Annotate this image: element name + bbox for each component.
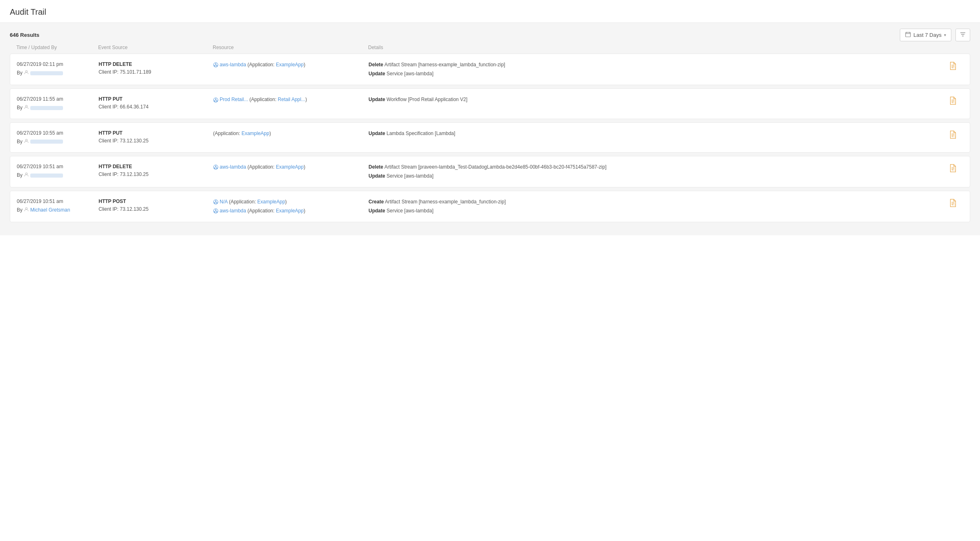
detail-action: Update	[369, 131, 385, 136]
svg-line-12	[215, 64, 216, 66]
resource-app-link[interactable]: Retail Appl...	[278, 97, 305, 102]
svg-point-48	[25, 207, 27, 209]
time-value: 06/27/2019 02:11 pm	[17, 61, 99, 68]
col-headers: Time / Updated By Event Source Resource …	[10, 41, 970, 54]
svg-line-60	[215, 210, 216, 212]
detail-line: Update Service [aws-lambda]	[369, 207, 943, 216]
by-label: By	[17, 138, 22, 146]
resource-app-link[interactable]: ExampleApp	[257, 199, 285, 205]
user-placeholder	[30, 174, 63, 178]
cell-icon: {/}	[943, 129, 963, 141]
resource-app-link[interactable]: ExampleApp	[276, 164, 303, 170]
user-icon	[24, 172, 29, 179]
svg-line-54	[216, 201, 217, 203]
col-header-event: Event Source	[98, 45, 213, 50]
user-icon	[24, 70, 29, 77]
detail-line: Update Service [aws-lambda]	[369, 172, 943, 181]
by-row: By	[17, 171, 99, 179]
resource-line-1: aws-lambda (Application: ExampleApp)	[213, 61, 369, 70]
svg-text:{/}: {/}	[952, 101, 955, 104]
filter-button[interactable]	[955, 29, 970, 41]
col-header-action	[943, 45, 964, 50]
event-method: HTTP DELETE	[99, 163, 213, 171]
cell-resource: aws-lambda (Application: ExampleApp)	[213, 163, 369, 172]
cell-details: Update Lambda Specification [Lambda]	[369, 129, 943, 138]
user-placeholder	[30, 71, 63, 75]
svg-line-24	[215, 99, 216, 101]
document-icon[interactable]: {/}	[949, 198, 957, 210]
document-icon[interactable]: {/}	[949, 164, 957, 175]
cell-time: 06/27/2019 11:55 am By	[17, 95, 99, 112]
user-link[interactable]: Michael Gretsman	[30, 206, 70, 214]
resource-line-1: Prod Retail... (Application: Retail Appl…	[213, 95, 369, 104]
time-value: 06/27/2019 10:55 am	[17, 129, 99, 137]
client-ip: Client IP: 75.101.71.189	[99, 68, 213, 76]
col-header-resource: Resource	[213, 45, 368, 50]
table-row: 06/27/2019 10:51 am By HTTP DELETE Clien…	[10, 156, 970, 187]
cell-icon: {/}	[943, 198, 963, 210]
date-filter-button[interactable]: Last 7 Days ▾	[900, 29, 951, 41]
detail-action: Update	[369, 97, 385, 102]
cell-resource: Prod Retail... (Application: Retail Appl…	[213, 95, 369, 104]
svg-point-36	[25, 173, 27, 174]
svg-point-19	[25, 105, 27, 107]
document-icon[interactable]: {/}	[949, 96, 957, 107]
client-ip: Client IP: 66.64.36.174	[99, 103, 213, 111]
resource-app-link-2[interactable]: ExampleApp	[276, 208, 303, 214]
document-icon[interactable]: {/}	[949, 61, 957, 72]
resource-name-link[interactable]: aws-lambda	[220, 164, 246, 170]
event-method: HTTP POST	[99, 198, 213, 205]
by-row: By	[17, 138, 99, 146]
cell-resource: N/A (Application: ExampleApp) aws-lambda…	[213, 198, 369, 215]
date-filter-label: Last 7 Days	[913, 32, 942, 38]
user-icon	[24, 207, 29, 214]
svg-text:{/}: {/}	[952, 67, 955, 69]
cell-details: Update Workflow [Prod Retail Application…	[369, 95, 943, 104]
svg-line-42	[216, 166, 217, 168]
resource-line-1: N/A (Application: ExampleApp)	[213, 198, 369, 207]
cell-resource: aws-lambda (Application: ExampleApp)	[213, 61, 369, 70]
page-header: Audit Trail	[0, 0, 980, 23]
chevron-down-icon: ▾	[944, 33, 946, 37]
detail-action: Delete	[369, 164, 383, 170]
user-placeholder	[30, 106, 63, 110]
event-method: HTTP PUT	[99, 129, 213, 137]
detail-line: Update Lambda Specification [Lambda]	[369, 129, 943, 138]
resource-name-link-2[interactable]: aws-lambda	[220, 208, 246, 214]
by-label: By	[17, 171, 22, 179]
user-icon	[24, 138, 29, 146]
by-row: By	[17, 104, 99, 112]
time-value: 06/27/2019 11:55 am	[17, 95, 99, 103]
table-row: 06/27/2019 11:55 am By HTTP PUT Client I…	[10, 88, 970, 119]
client-ip: Client IP: 73.12.130.25	[99, 137, 213, 145]
by-label: By	[17, 69, 22, 77]
document-icon[interactable]: {/}	[949, 130, 957, 141]
cell-time: 06/27/2019 10:51 am By	[17, 163, 99, 179]
resource-name-link[interactable]: N/A	[220, 199, 227, 205]
page-title: Audit Trail	[10, 7, 970, 17]
time-value: 06/27/2019 10:51 am	[17, 198, 99, 205]
svg-text:{/}: {/}	[952, 169, 955, 171]
resource-app-link[interactable]: ExampleApp	[241, 131, 269, 136]
resource-line-1: aws-lambda (Application: ExampleApp)	[213, 163, 369, 172]
svg-point-20	[214, 98, 218, 102]
calendar-icon	[905, 32, 911, 38]
table-row: 06/27/2019 02:11 pm By HTTP DELETE Clien…	[10, 54, 970, 85]
detail-line: Update Service [aws-lambda]	[369, 70, 943, 79]
svg-line-25	[216, 99, 217, 101]
cell-details: Create Artifact Stream [harness-example_…	[369, 198, 943, 215]
table-container: Time / Updated By Event Source Resource …	[0, 41, 980, 235]
by-row: By	[17, 69, 99, 77]
resource-name-link[interactable]: aws-lambda	[220, 62, 246, 68]
svg-line-13	[216, 64, 217, 66]
svg-point-8	[214, 63, 218, 67]
svg-line-53	[215, 201, 216, 203]
cell-icon: {/}	[943, 95, 963, 107]
resource-app-link[interactable]: ExampleApp	[276, 62, 303, 68]
resource-name-link[interactable]: Prod Retail...	[220, 97, 248, 102]
svg-point-37	[214, 165, 218, 169]
client-ip: Client IP: 73.12.130.25	[99, 205, 213, 213]
svg-text:{/}: {/}	[952, 204, 955, 206]
cell-icon: {/}	[943, 163, 963, 175]
cell-resource: (Application: ExampleApp)	[213, 129, 369, 138]
